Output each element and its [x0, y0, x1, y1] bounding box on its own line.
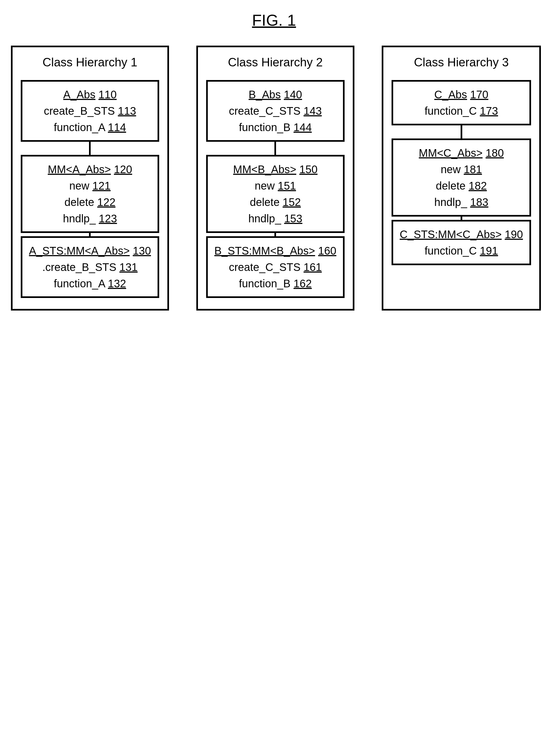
class-ref: 140	[284, 88, 302, 101]
inheritance-connector	[89, 233, 91, 236]
class-header: B_Abs 140	[249, 88, 302, 101]
member-ref: 131	[119, 261, 138, 273]
hierarchies-container: Class Hierarchy 1 A_Abs 110 create_B_STS…	[11, 46, 537, 311]
class-box-b-sts: B_STS:MM<B_Abs> 160 create_C_STS 161 fun…	[206, 236, 345, 298]
class-header: C_Abs 170	[434, 88, 488, 101]
member-ref: 173	[480, 105, 498, 117]
class-hierarchy-1: Class Hierarchy 1 A_Abs 110 create_B_STS…	[11, 46, 169, 311]
class-member: delete 152	[250, 195, 301, 209]
member-label: .create_B_STS	[42, 261, 116, 273]
class-member: function_B 162	[239, 277, 312, 290]
class-name-label: B_STS:MM<B_Abs>	[214, 245, 315, 257]
hierarchy-title: Class Hierarchy 2	[228, 55, 323, 69]
class-name-label: MM<C_Abs>	[419, 147, 482, 159]
class-member: .create_B_STS 131	[42, 260, 138, 274]
member-label: delete	[250, 196, 280, 208]
inheritance-connector	[89, 142, 91, 155]
member-ref: 122	[97, 196, 115, 208]
class-ref: 130	[133, 245, 151, 257]
member-ref: 144	[294, 121, 312, 133]
class-member: hndlp_ 123	[63, 212, 117, 225]
class-name-label: A_Abs	[63, 88, 96, 101]
class-ref: 150	[299, 163, 318, 175]
class-header: MM<A_Abs> 120	[48, 163, 132, 176]
class-ref: 190	[505, 228, 523, 240]
class-header: MM<B_Abs> 150	[233, 163, 318, 176]
class-ref: 120	[114, 163, 132, 175]
inheritance-connector	[461, 125, 462, 138]
class-header: B_STS:MM<B_Abs> 160	[214, 244, 336, 258]
class-member: hndlp_ 183	[434, 195, 488, 209]
class-box-a-abs: A_Abs 110 create_B_STS 113 function_A 11…	[21, 80, 159, 142]
member-label: hndlp_	[434, 196, 467, 208]
class-name-label: MM<A_Abs>	[48, 163, 111, 175]
member-label: new	[441, 163, 461, 175]
member-label: delete	[436, 180, 466, 192]
member-label: function_C	[425, 105, 477, 117]
class-member: function_B 144	[239, 120, 312, 134]
class-name-label: MM<B_Abs>	[233, 163, 296, 175]
class-member: function_A 132	[54, 277, 126, 290]
member-label: function_B	[239, 277, 291, 290]
class-box-mm-b-abs: MM<B_Abs> 150 new 151 delete 152 hndlp_ …	[206, 155, 345, 233]
class-member: function_C 191	[425, 244, 498, 258]
class-box-mm-a-abs: MM<A_Abs> 120 new 121 delete 122 hndlp_ …	[21, 155, 159, 233]
member-ref: 182	[469, 180, 487, 192]
member-ref: 153	[284, 212, 303, 225]
member-ref: 152	[283, 196, 301, 208]
member-label: function_A	[54, 277, 105, 290]
class-name-label: C_STS:MM<C_Abs>	[400, 228, 502, 240]
class-member: new 151	[255, 179, 296, 193]
inheritance-connector	[274, 142, 276, 155]
member-ref: 181	[464, 163, 482, 175]
member-ref: 113	[118, 105, 136, 117]
member-ref: 151	[278, 180, 296, 192]
inheritance-connector	[461, 217, 462, 220]
class-member: delete 122	[64, 195, 115, 209]
member-label: create_C_STS	[229, 261, 300, 273]
member-label: function_C	[425, 245, 477, 257]
member-ref: 121	[92, 180, 111, 192]
class-box-mm-c-abs: MM<C_Abs> 180 new 181 delete 182 hndlp_ …	[392, 138, 531, 217]
class-box-c-abs: C_Abs 170 function_C 173	[392, 80, 531, 125]
member-label: create_C_STS	[229, 105, 300, 117]
class-name-label: C_Abs	[434, 88, 467, 101]
member-ref: 161	[304, 261, 322, 273]
class-name-label: B_Abs	[249, 88, 281, 101]
class-box-a-sts: A_STS:MM<A_Abs> 130 .create_B_STS 131 fu…	[21, 236, 159, 298]
class-header: A_STS:MM<A_Abs> 130	[29, 244, 151, 258]
member-label: new	[69, 180, 89, 192]
class-ref: 180	[485, 147, 504, 159]
member-ref: 191	[480, 245, 498, 257]
member-label: function_B	[239, 121, 291, 133]
class-member: create_B_STS 113	[44, 104, 136, 118]
inheritance-connector	[274, 233, 276, 236]
member-ref: 183	[470, 196, 488, 208]
class-member: create_C_STS 143	[229, 104, 322, 118]
class-hierarchy-2: Class Hierarchy 2 B_Abs 140 create_C_STS…	[196, 46, 354, 311]
class-ref: 160	[318, 245, 336, 257]
class-member: new 181	[441, 163, 482, 176]
member-ref: 132	[108, 277, 126, 290]
class-header: C_STS:MM<C_Abs> 190	[400, 228, 523, 241]
class-member: delete 182	[436, 179, 487, 193]
class-member: create_C_STS 161	[229, 260, 322, 274]
class-box-b-abs: B_Abs 140 create_C_STS 143 function_B 14…	[206, 80, 345, 142]
class-ref: 170	[470, 88, 488, 101]
member-ref: 114	[108, 121, 126, 133]
member-label: function_A	[54, 121, 105, 133]
class-member: function_A 114	[54, 120, 126, 134]
class-member: function_C 173	[425, 104, 498, 118]
class-box-c-sts: C_STS:MM<C_Abs> 190 function_C 191	[392, 220, 531, 265]
class-member: new 121	[69, 179, 111, 193]
figure-title: FIG. 1	[11, 11, 537, 29]
hierarchy-title: Class Hierarchy 1	[43, 55, 137, 69]
hierarchy-title: Class Hierarchy 3	[414, 55, 509, 69]
member-label: new	[255, 180, 275, 192]
class-header: MM<C_Abs> 180	[419, 146, 504, 160]
class-ref: 110	[99, 88, 117, 101]
member-label: create_B_STS	[44, 105, 115, 117]
member-ref: 123	[99, 212, 117, 225]
member-ref: 143	[304, 105, 322, 117]
member-label: hndlp_	[63, 212, 96, 225]
